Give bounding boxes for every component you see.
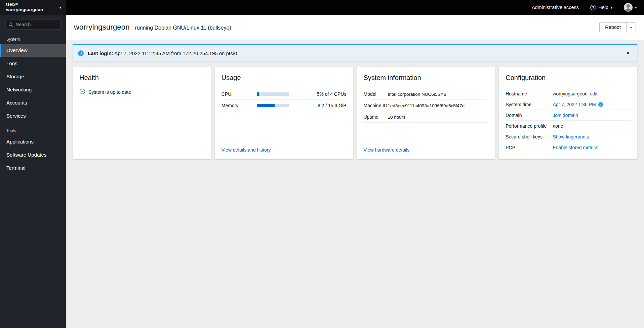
memory-progress-bar bbox=[257, 104, 289, 107]
view-hardware-details-link[interactable]: View hardware details bbox=[364, 147, 410, 153]
sidebar-item-accounts[interactable]: Accounts bbox=[0, 96, 66, 109]
sidebar-item-applications[interactable]: Applications bbox=[0, 135, 66, 148]
domain-row: Domain Join domain bbox=[506, 110, 631, 121]
time-info-icon[interactable]: i bbox=[598, 102, 603, 107]
configuration-card: Configuration Hostname worryingsurgeon e… bbox=[499, 67, 637, 159]
sidebar-item-overview[interactable]: Overview bbox=[0, 44, 66, 57]
sidebar-item-terminal[interactable]: Terminal bbox=[0, 161, 66, 174]
memory-label: Memory bbox=[222, 103, 257, 108]
info-icon: i bbox=[78, 50, 84, 56]
pcp-label: PCP bbox=[506, 145, 553, 150]
performance-profile-label: Performance profile bbox=[506, 123, 553, 129]
alert-text: Apr 7, 2022 11:12:35 AM from 172.20.254.… bbox=[114, 50, 237, 56]
search-icon bbox=[8, 22, 13, 28]
ssh-keys-row: Secure shell keys Show fingerprints bbox=[506, 131, 631, 142]
help-label: Help bbox=[598, 5, 608, 10]
close-icon: ✕ bbox=[626, 50, 630, 56]
administrative-access-button[interactable]: Administrative access bbox=[530, 4, 581, 10]
host-line: worryingsurgeon running Debian GNU/Linux… bbox=[74, 23, 231, 32]
nav-section-system: System bbox=[0, 37, 66, 42]
sidebar-search bbox=[5, 19, 61, 30]
machine-id-label: Machine ID bbox=[364, 103, 388, 108]
hostname-row: Hostname worryingsurgeon edit bbox=[506, 88, 631, 99]
sidebar-item-services[interactable]: Services bbox=[0, 109, 66, 122]
hostname-value: worryingsurgeon bbox=[553, 91, 588, 96]
main-column: Administrative access ? Help ▾ ▾ worryin… bbox=[66, 0, 644, 328]
health-card: Health System is up to date bbox=[73, 67, 211, 159]
machine-id-value: 1ed3eec9111c4093a1096f69a6c5f47d bbox=[388, 103, 489, 108]
sidebar: tsec@ worryingsurgeon ▾ System Overview … bbox=[0, 0, 66, 328]
chevron-down-icon: ▾ bbox=[611, 6, 612, 9]
system-time-link[interactable]: Apr 7, 2022 1:36 PM bbox=[553, 102, 596, 107]
machine-id-row: Machine ID 1ed3eec9111c4093a1096f69a6c5f… bbox=[364, 100, 489, 111]
reboot-button[interactable]: Reboot bbox=[599, 22, 627, 32]
uptime-label: Uptime bbox=[364, 114, 388, 120]
overview-page: worryingsurgeon running Debian GNU/Linux… bbox=[66, 15, 644, 328]
cpu-progress-bar bbox=[257, 92, 289, 96]
health-status-text: System is up to date bbox=[88, 89, 131, 95]
avatar-icon bbox=[624, 3, 633, 12]
health-status: System is up to date bbox=[79, 88, 204, 95]
masthead: Administrative access ? Help ▾ ▾ bbox=[66, 0, 644, 15]
system-time-label: System time bbox=[506, 102, 553, 107]
pcp-row: PCP Enable stored metrics bbox=[506, 142, 631, 153]
chevron-down-icon: ▾ bbox=[630, 26, 632, 29]
alert-label: Last login: bbox=[88, 50, 113, 56]
sidebar-item-networking[interactable]: Networking bbox=[0, 83, 66, 96]
cpu-usage-row: CPU 5% of 4 CPUs bbox=[222, 88, 347, 100]
chevron-down-icon: ▾ bbox=[59, 6, 61, 9]
hostname-label: Hostname bbox=[506, 91, 553, 96]
user-menu-button[interactable]: ▾ bbox=[622, 3, 639, 12]
host-switcher-label: tsec@ worryingsurgeon bbox=[6, 2, 43, 13]
sidebar-item-logs[interactable]: Logs bbox=[0, 57, 66, 70]
performance-profile-value: none bbox=[553, 123, 563, 129]
reboot-split-button: Reboot ▾ bbox=[599, 22, 636, 32]
domain-label: Domain bbox=[506, 113, 553, 118]
help-menu-button[interactable]: ? Help ▾ bbox=[588, 4, 614, 11]
usage-card-footer: View details and history bbox=[222, 147, 347, 153]
reboot-dropdown-toggle[interactable]: ▾ bbox=[626, 22, 636, 32]
page-header: worryingsurgeon running Debian GNU/Linux… bbox=[66, 15, 644, 40]
logged-in-user: tsec@ bbox=[6, 2, 43, 7]
check-circle-icon bbox=[79, 88, 85, 95]
last-login-alert: i Last login: Apr 7, 2022 11:12:35 AM fr… bbox=[73, 44, 637, 62]
system-information-title: System information bbox=[364, 74, 489, 82]
performance-profile-row: Performance profile none bbox=[506, 121, 631, 131]
view-details-history-link[interactable]: View details and history bbox=[222, 147, 271, 153]
tools-nav: Applications Software Updates Terminal bbox=[0, 135, 66, 174]
content-area: i Last login: Apr 7, 2022 11:12:35 AM fr… bbox=[66, 40, 644, 166]
enable-stored-metrics-link[interactable]: Enable stored metrics bbox=[553, 145, 598, 150]
model-label: Model bbox=[364, 91, 388, 97]
alert-message: Last login: Apr 7, 2022 11:12:35 AM from… bbox=[88, 50, 237, 56]
page-title: worryingsurgeon bbox=[74, 23, 130, 32]
sidebar-item-storage[interactable]: Storage bbox=[0, 70, 66, 83]
host-switcher[interactable]: tsec@ worryingsurgeon ▾ bbox=[0, 0, 66, 15]
current-host: worryingsurgeon bbox=[6, 7, 43, 13]
system-information-footer: View hardware details bbox=[364, 147, 489, 153]
sidebar-item-software-updates[interactable]: Software Updates bbox=[0, 148, 66, 161]
uptime-row: Uptime 10 hours bbox=[364, 111, 489, 123]
search-input[interactable] bbox=[5, 19, 61, 30]
system-information-card: System information Model Intel corporati… bbox=[357, 67, 495, 159]
help-icon: ? bbox=[590, 5, 596, 10]
system-nav: Overview Logs Storage Networking Account… bbox=[0, 44, 66, 122]
usage-card-title: Usage bbox=[222, 74, 347, 82]
memory-usage-value: 8.2 / 15.3 GiB bbox=[289, 103, 347, 108]
edit-hostname-link[interactable]: edit bbox=[590, 91, 598, 96]
model-value: Intel corporation NUC6i5SYB bbox=[388, 92, 489, 97]
alert-close-button[interactable]: ✕ bbox=[624, 50, 632, 56]
os-description: running Debian GNU/Linux 11 (bullseye) bbox=[135, 25, 231, 31]
join-domain-link[interactable]: Join domain bbox=[553, 113, 578, 118]
configuration-title: Configuration bbox=[506, 74, 631, 82]
card-grid: Health System is up to date Usage CPU bbox=[73, 67, 637, 159]
show-fingerprints-link[interactable]: Show fingerprints bbox=[553, 134, 589, 139]
model-row: Model Intel corporation NUC6i5SYB bbox=[364, 88, 489, 100]
chevron-down-icon: ▾ bbox=[635, 6, 637, 9]
nav-section-tools: Tools bbox=[0, 128, 66, 133]
cpu-usage-value: 5% of 4 CPUs bbox=[289, 91, 347, 97]
health-card-title: Health bbox=[79, 74, 204, 82]
ssh-keys-label: Secure shell keys bbox=[506, 134, 553, 139]
cpu-label: CPU bbox=[222, 91, 257, 97]
usage-card: Usage CPU 5% of 4 CPUs Memory 8.2 / 1 bbox=[215, 67, 353, 159]
uptime-value: 10 hours bbox=[388, 115, 489, 120]
